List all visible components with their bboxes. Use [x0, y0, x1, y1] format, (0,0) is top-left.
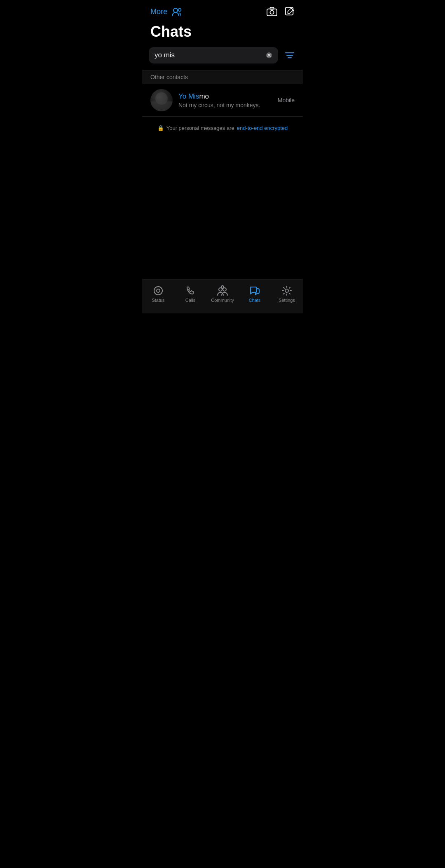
nav-item-chats[interactable]: Chats — [239, 283, 271, 305]
page-title: Chats — [142, 20, 303, 47]
contact-meta: Mobile — [278, 97, 295, 104]
header-left: More — [150, 7, 182, 16]
more-button[interactable]: More — [150, 7, 167, 16]
calls-icon — [185, 285, 196, 296]
nav-label-status: Status — [152, 298, 164, 303]
nav-item-status[interactable]: Status — [142, 283, 174, 305]
encryption-prefix: Your personal messages are — [166, 125, 234, 131]
nav-label-chats: Chats — [249, 298, 261, 303]
nav-item-calls[interactable]: Calls — [174, 283, 206, 305]
search-clear-button[interactable] — [266, 52, 272, 59]
settings-icon — [281, 285, 292, 296]
contact-item[interactable]: Yo Mismo Not my circus, not my monkeys. … — [142, 84, 303, 117]
encryption-notice: 🔒 Your personal messages are end-to-end … — [142, 117, 303, 139]
svg-point-18 — [285, 289, 288, 292]
search-bar-container — [142, 47, 303, 70]
contact-name-highlight: Yo Mis — [178, 92, 199, 100]
svg-rect-4 — [270, 7, 274, 9]
contacts-icon[interactable] — [171, 7, 182, 16]
svg-point-17 — [221, 286, 224, 288]
filter-button[interactable] — [283, 49, 296, 61]
nav-label-community: Community — [211, 298, 234, 303]
svg-point-0 — [173, 8, 178, 12]
camera-button[interactable] — [267, 7, 277, 16]
search-input-wrapper — [149, 47, 278, 64]
nav-item-community[interactable]: Community — [206, 283, 239, 305]
contact-info: Yo Mismo Not my circus, not my monkeys. — [178, 92, 272, 108]
contact-name: Yo Mismo — [178, 92, 272, 101]
svg-point-13 — [154, 287, 162, 295]
nav-label-settings: Settings — [279, 298, 295, 303]
svg-rect-2 — [267, 9, 277, 16]
app-container: More — [142, 0, 303, 313]
bottom-nav: Status Calls Community — [142, 279, 303, 313]
svg-point-1 — [178, 9, 181, 12]
status-icon — [153, 285, 164, 296]
avatar — [150, 89, 173, 111]
spacer — [142, 139, 303, 279]
header: More — [142, 0, 303, 20]
svg-point-3 — [270, 10, 274, 14]
compose-button[interactable] — [285, 7, 295, 16]
contact-name-rest: mo — [199, 92, 209, 100]
community-icon — [217, 285, 228, 296]
svg-point-14 — [157, 289, 160, 292]
nav-item-settings[interactable]: Settings — [271, 283, 303, 305]
chats-icon — [249, 285, 260, 296]
header-right — [267, 7, 295, 16]
encryption-link[interactable]: end-to-end encrypted — [237, 125, 288, 131]
lock-icon: 🔒 — [157, 125, 164, 131]
section-header-other-contacts: Other contacts — [142, 70, 303, 84]
contact-status: Not my circus, not my monkeys. — [178, 102, 272, 108]
nav-label-calls: Calls — [185, 298, 195, 303]
search-input[interactable] — [155, 51, 262, 59]
